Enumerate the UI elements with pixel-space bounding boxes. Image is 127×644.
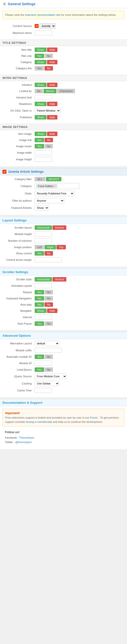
cache-time-control: 900	[35, 388, 124, 393]
auto-pause-yes-button[interactable]: Yes	[35, 322, 44, 326]
featured-articles-row: Featured Articles Show	[2, 205, 124, 210]
automatic-module-id-no-button[interactable]: No	[44, 354, 53, 359]
content-source-section: Content Source J! Joomla Maximum items 1…	[0, 22, 127, 40]
info-text2: for more information about the settings …	[61, 13, 116, 16]
image-height-input[interactable]: 270	[35, 157, 52, 162]
number-of-columns-input[interactable]: 1	[35, 238, 52, 243]
scroller-style-horizontal-button[interactable]: Horizontal	[35, 277, 52, 282]
forum-link[interactable]: Forum	[90, 416, 98, 419]
important-text1: Free extensions support is limited and p…	[5, 416, 89, 419]
alternative-layout-select[interactable]: default	[35, 341, 60, 346]
limited-by-no-button[interactable]: No	[35, 89, 43, 93]
info-link[interactable]: extension documentation site	[25, 13, 60, 16]
category-tag-input[interactable]: Food Gallery ×	[35, 183, 79, 189]
scroller-layout-vertical-button[interactable]: Vertical	[52, 226, 66, 230]
introtext-hide-button[interactable]: Hide	[47, 83, 58, 87]
module-height-input[interactable]: 400	[35, 232, 52, 236]
featured-articles-select[interactable]: Show	[35, 205, 49, 210]
category-show-button[interactable]: Show	[35, 60, 46, 64]
maximum-items-input[interactable]: 12	[35, 30, 52, 36]
image-link-yes-button[interactable]: Yes	[35, 138, 44, 142]
auto-play-no-button[interactable]: No	[44, 302, 53, 307]
jquery-source-select[interactable]: From Module Core	[35, 374, 67, 379]
category-filter-select-button[interactable]: SELECT	[46, 177, 62, 181]
navigator-show-button[interactable]: Show	[35, 308, 46, 313]
number-of-columns-control: 1	[35, 238, 124, 243]
keyboard-navigation-row: Keyboard Navigation Yes No	[2, 296, 124, 300]
limited-by-words-button[interactable]: Words	[44, 89, 56, 93]
image-width-input[interactable]: 270	[35, 150, 52, 155]
title-link-row: Title Link Yes No	[2, 54, 124, 58]
interval-input[interactable]: 1000	[35, 315, 52, 320]
auto-pause-no-button[interactable]: No	[44, 322, 53, 326]
image-resize-control: Yes No	[35, 144, 124, 148]
main-header: General Settings	[0, 0, 127, 8]
scroller-layout-horizontal-button[interactable]: Horizontal	[35, 226, 52, 230]
image-position-control: Left Right Top	[35, 245, 124, 250]
repeat-label: Repeat	[2, 291, 35, 294]
scroller-style-vertical-button[interactable]: Vertical	[52, 277, 66, 282]
control-arrow-margin-input[interactable]: 40px 10px	[35, 257, 62, 262]
auto-play-yes-button[interactable]: Yes	[35, 302, 44, 307]
order-label: Order	[2, 192, 35, 195]
category-link-no-button[interactable]: No	[44, 66, 53, 70]
content-source-select[interactable]: Joomla	[39, 23, 56, 29]
published-show-button[interactable]: Show	[35, 115, 46, 120]
image-resize-label: Image resize	[2, 145, 35, 148]
image-link-no-button[interactable]: No	[44, 138, 53, 142]
image-position-left-button[interactable]: Left	[35, 245, 44, 250]
image-resize-no-button[interactable]: No	[44, 144, 53, 148]
repeat-yes-button[interactable]: Yes	[35, 290, 44, 294]
image-height-label: Image height	[2, 158, 35, 161]
category-filter-all-button[interactable]: ALL	[35, 177, 46, 181]
image-resize-yes-button[interactable]: Yes	[35, 144, 44, 148]
category-tag-control: Food Gallery ×	[35, 183, 124, 189]
image-position-right-button[interactable]: Right	[44, 245, 56, 250]
limited-by-characters-button[interactable]: Characters	[57, 89, 75, 93]
category-link-yes-button[interactable]: Yes	[35, 66, 44, 70]
intro-settings-section: Introtext Show Hide Limited by No Words …	[0, 81, 127, 124]
show-control-label: Show control	[2, 252, 35, 255]
item-title-hide-button[interactable]: Hide	[47, 48, 58, 52]
buying-link[interactable]: buying a membership	[26, 420, 52, 423]
category-hide-button[interactable]: Hide	[47, 60, 58, 64]
load-jquery-no-button[interactable]: No	[44, 368, 53, 372]
featured-articles-label: Featured Articles	[2, 206, 35, 209]
item-title-show-button[interactable]: Show	[35, 48, 46, 52]
introtext-show-button[interactable]: Show	[35, 83, 46, 87]
show-control-yes-button[interactable]: Yes	[35, 251, 44, 256]
twitter-link[interactable]: @themexpert	[15, 441, 32, 444]
tag-text: Food Gallery	[38, 184, 54, 188]
module-suffix-input[interactable]	[35, 348, 62, 353]
filter-by-authors-control: Anyone	[35, 198, 124, 203]
item-image-hide-button[interactable]: Hide	[47, 132, 58, 136]
filter-by-authors-select[interactable]: Anyone	[35, 198, 64, 203]
keyboard-navigation-no-button[interactable]: No	[44, 296, 53, 300]
tag-close-button[interactable]: ×	[54, 184, 56, 187]
repeat-no-button[interactable]: No	[44, 290, 53, 294]
readmore-show-button[interactable]: Show	[35, 102, 46, 106]
cache-time-input[interactable]: 900	[35, 388, 52, 393]
navigator-hide-button[interactable]: Hide	[47, 308, 58, 313]
order-select[interactable]: Recently Published First	[35, 191, 74, 196]
published-hide-button[interactable]: Hide	[47, 115, 58, 120]
animation-speed-input[interactable]: 1000	[35, 283, 52, 288]
caching-select[interactable]: Use Global	[35, 381, 60, 386]
image-position-top-button[interactable]: Top	[56, 245, 66, 250]
load-jquery-yes-button[interactable]: Yes	[35, 368, 44, 372]
show-control-no-button[interactable]: No	[44, 251, 53, 256]
facebook-link[interactable]: ThemeXpert	[19, 436, 34, 439]
title-link-yes-button[interactable]: Yes	[35, 54, 44, 58]
automatic-module-id-yes-button[interactable]: Yes	[35, 354, 44, 359]
keyboard-navigation-yes-button[interactable]: Yes	[35, 296, 44, 300]
item-image-show-button[interactable]: Show	[35, 132, 46, 136]
on-click-open-in-select[interactable]: Parent Window	[35, 108, 61, 113]
module-id-input[interactable]: xs_1	[35, 361, 52, 366]
readmore-hide-button[interactable]: Hide	[47, 102, 58, 106]
auto-play-row: Auto play Yes No	[2, 302, 124, 307]
title-link-no-button[interactable]: No	[44, 54, 53, 58]
image-width-row: Image width 270	[2, 150, 124, 155]
introtext-limit-input[interactable]: 10	[35, 95, 52, 100]
intro-settings-header: INTRO SETTINGS	[0, 75, 127, 81]
title-link-label: Title Link	[2, 54, 35, 58]
